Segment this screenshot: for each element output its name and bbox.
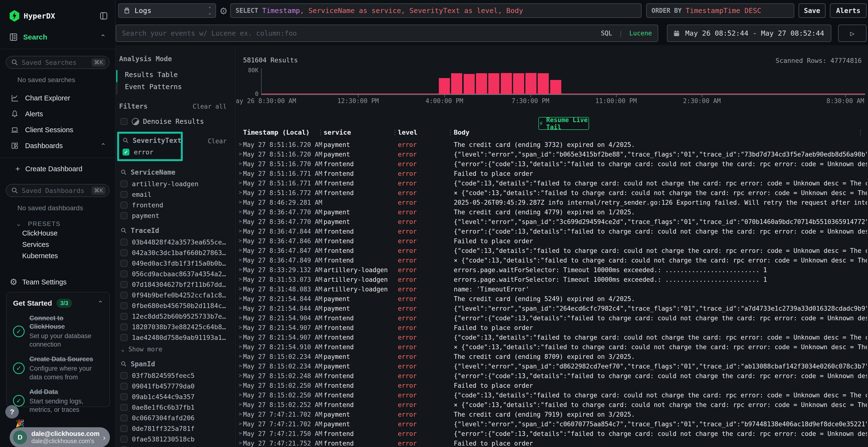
checkbox-unchecked[interactable] xyxy=(121,260,128,267)
table-row[interactable]: >May 27 8:21:54.844 AMpaymenterrorThe cr… xyxy=(236,294,868,304)
table-row[interactable]: >May 27 7:47:21.752 AMfrontenderrorFaile… xyxy=(236,438,868,447)
histogram-bar[interactable] xyxy=(501,73,512,94)
checkbox-unchecked[interactable] xyxy=(121,436,128,443)
table-row[interactable]: >May 27 8:21:54.907 AMfrontenderrorFaile… xyxy=(236,323,868,332)
filter-option[interactable]: artillery-loadgen xyxy=(121,180,235,187)
clear-all-link[interactable]: Clear all xyxy=(193,103,227,110)
preset-kubernetes[interactable]: Kubernetes xyxy=(0,250,115,262)
table-row[interactable]: >May 27 8:36:47.847 AMfrontenderror{"cod… xyxy=(236,246,868,255)
table-row[interactable]: >May 27 8:51:16.770 AMfrontenderror{"err… xyxy=(236,159,868,169)
source-select[interactable]: Logs ⌃⌄ xyxy=(118,3,216,18)
column-resize-handle-icon[interactable]: ⋮ xyxy=(392,129,398,136)
run-query-button[interactable]: ▷ xyxy=(838,25,867,42)
table-row[interactable]: >May 27 8:36:47.849 AMfrontenderror× {"c… xyxy=(236,255,868,265)
alerts-button[interactable]: Alerts xyxy=(830,3,867,18)
checkbox-unchecked[interactable] xyxy=(121,239,128,246)
histogram-bar[interactable] xyxy=(550,80,561,94)
filter-option[interactable]: 0ae8e1f6c6b37fb1 xyxy=(121,404,235,411)
chevron-up-icon[interactable]: ⌃ xyxy=(100,33,106,41)
checkbox-unchecked[interactable] xyxy=(121,323,128,331)
select-query-input[interactable]: SELECT Timestamp , ServiceName as servic… xyxy=(230,3,642,18)
checkbox-checked[interactable]: ✓ xyxy=(123,148,129,156)
checkbox-unchecked[interactable] xyxy=(121,180,128,187)
checkbox-unchecked[interactable] xyxy=(121,334,128,341)
filter-option[interactable]: 09041fb457779da0 xyxy=(121,382,235,390)
filter-option[interactable]: 18287038b73e882425c64b8… xyxy=(121,323,235,331)
table-row[interactable]: >May 27 8:36:47.844 AMfrontenderror{"err… xyxy=(236,227,868,236)
resume-live-tail-button[interactable]: ⚡ Resume Live Tail xyxy=(538,117,589,130)
table-row[interactable]: >May 27 8:51:16.720 AMpaymenterrorThe cr… xyxy=(236,140,868,149)
filter-option[interactable]: 0fbe680eb456750b2d1184c… xyxy=(121,302,235,309)
table-row[interactable]: >May 27 8:36:47.770 AMpaymenterrorThe cr… xyxy=(236,207,868,217)
sidebar-item-client-sessions[interactable]: Client Sessions xyxy=(0,122,115,138)
filter-option[interactable]: 0ff8990066efcf1d xyxy=(121,446,235,447)
filter-option[interactable]: 049ed0ac3fdb1f3f15a0b0b… xyxy=(121,260,235,267)
histogram-bar[interactable] xyxy=(464,74,475,94)
event-search-input[interactable]: Search your events w/ Lucene ex. column:… xyxy=(116,25,658,42)
get-started-item[interactable]: ✓ Connect to ClickHouse Set up your data… xyxy=(13,314,103,349)
checkbox-unchecked[interactable] xyxy=(121,281,128,288)
filter-option[interactable]: 0de781ff325a781f xyxy=(121,425,235,432)
filter-option[interactable]: 03b44828f42a3573ea655ce… xyxy=(121,238,235,246)
collapse-sidebar-icon[interactable] xyxy=(99,11,108,21)
team-settings-item[interactable]: ⚙ Team Settings xyxy=(0,277,115,287)
denoise-results-checkbox[interactable]: Denoise Results xyxy=(121,117,235,126)
orderby-input[interactable]: ORDER BY TimestampTime DESC xyxy=(646,3,794,18)
table-row[interactable]: >May 27 8:15:02.234 AMpaymenterrorThe cr… xyxy=(236,352,868,361)
filter-option[interactable]: 042a30c3dc1baf660b27863… xyxy=(121,249,235,256)
table-row[interactable]: >May 27 8:15:02.250 AMfrontenderror{"cod… xyxy=(236,390,868,400)
table-row[interactable]: >May 27 8:15:02.252 AMfrontenderror× {"c… xyxy=(236,400,868,409)
filter-option[interactable]: 09ab1c4544c9a357 xyxy=(121,393,235,401)
table-row[interactable]: >May 27 8:21:54.907 AMfrontenderror{"cod… xyxy=(236,332,868,342)
filter-option[interactable]: 03f7b824595feec5 xyxy=(121,372,235,379)
table-row[interactable]: >May 27 8:15:02.250 AMfrontenderrorFaile… xyxy=(236,381,868,390)
filter-option[interactable]: frontend xyxy=(121,201,235,209)
filter-option[interactable]: 07d184304627bf2f11b67dd… xyxy=(121,281,235,288)
table-row[interactable]: >May 27 8:21:54.844 AMpaymenterror{"leve… xyxy=(236,304,868,313)
table-row[interactable]: >May 27 8:51:16.720 AMpaymenterror{"leve… xyxy=(236,149,868,159)
user-account-chip[interactable]: D dale@clickhouse.com dale@clickhouse.co… xyxy=(10,427,110,447)
table-row[interactable]: >May 27 8:36:47.770 AMpaymenterror{"leve… xyxy=(236,217,868,227)
filter-option[interactable]: 0fae5381230518cb xyxy=(121,436,235,443)
preset-services[interactable]: Services xyxy=(0,239,115,250)
sql-mode-toggle[interactable]: SQL xyxy=(601,30,612,37)
table-row[interactable]: >May 27 8:21:54.910 AMfrontenderror× {"c… xyxy=(236,342,868,352)
table-row[interactable]: >May 27 8:15:02.234 AMpaymenterror{"leve… xyxy=(236,361,868,371)
table-row[interactable]: >May 27 8:36:47.846 AMfrontenderrorFaile… xyxy=(236,236,868,246)
sidebar-item-dashboards[interactable]: Dashboards ⌃ xyxy=(0,138,115,153)
saved-searches-input[interactable]: Saved Searches ⌘K xyxy=(6,56,110,69)
filter-option[interactable]: 056cd9acbaac8637a4354a2… xyxy=(121,270,235,278)
filter-option[interactable]: ✓error xyxy=(123,148,181,156)
get-started-item[interactable]: ✓ Create Data Sources Configure where yo… xyxy=(13,355,103,381)
checkbox-unchecked[interactable] xyxy=(121,118,128,125)
filter-option[interactable]: 1ae42480d758e9ab91193a1… xyxy=(121,334,235,341)
checkbox-unchecked[interactable] xyxy=(121,212,128,219)
checkbox-unchecked[interactable] xyxy=(121,393,128,400)
checkbox-unchecked[interactable] xyxy=(121,425,128,432)
table-row[interactable]: >May 27 8:31:48.083 AMartillery-loadgene… xyxy=(236,284,868,294)
save-button[interactable]: Save xyxy=(799,3,826,18)
table-row[interactable]: >May 27 8:33:29.132 AMartillery-loadgene… xyxy=(236,265,868,275)
column-resize-handle-icon[interactable]: ⋮ xyxy=(317,129,324,136)
saved-dashboards-input[interactable]: Saved Dashboards ⌘K xyxy=(6,184,110,197)
checkbox-unchecked[interactable] xyxy=(121,372,128,379)
filter-clear-link[interactable]: Clear xyxy=(208,138,227,145)
presets-toggle[interactable]: ⌄ PRESETS xyxy=(16,220,115,228)
checkbox-unchecked[interactable] xyxy=(121,249,128,256)
histogram-bar[interactable] xyxy=(439,78,450,94)
mode-event-patterns[interactable]: Event Patterns xyxy=(116,81,235,93)
get-started-item[interactable]: ✓ Add Data Start sending logs, metrics, … xyxy=(13,388,103,414)
checkbox-unchecked[interactable] xyxy=(121,291,128,299)
histogram-bar[interactable] xyxy=(513,73,524,94)
filter-option[interactable]: email xyxy=(121,191,235,198)
create-dashboard-button[interactable]: + Create Dashboard xyxy=(0,161,115,177)
results-histogram[interactable] xyxy=(261,68,865,95)
checkbox-unchecked[interactable] xyxy=(121,313,128,320)
table-row[interactable]: >May 27 8:51:16.772 AMfrontenderror× {"c… xyxy=(236,188,868,198)
table-row[interactable]: >May 27 8:15:02.248 AMfrontenderror{"err… xyxy=(236,371,868,381)
lucene-mode-toggle[interactable]: Lucene xyxy=(629,30,652,37)
column-resize-handle-icon[interactable]: ⋮ xyxy=(447,129,454,136)
checkbox-unchecked[interactable] xyxy=(121,271,128,277)
filter-option[interactable]: payment xyxy=(121,212,235,219)
histogram-bar[interactable] xyxy=(525,73,536,94)
